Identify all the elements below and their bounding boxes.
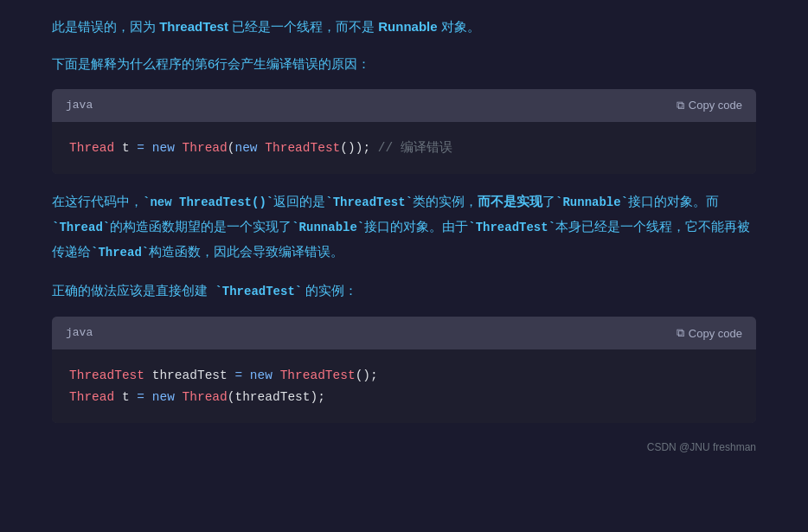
inline-code-runnable-1: `Runnable` (555, 195, 628, 209)
inline-code-thread-1: `Thread` (52, 221, 110, 234)
code-content-1: Thread t = new Thread(new ThreadTest());… (52, 122, 756, 175)
page-container: 此是错误的，因为 ThreadTest 已经是一个线程，而不是 Runnable… (0, 0, 808, 483)
inline-code-threadtest-3: `ThreadTest` (208, 285, 302, 298)
code-line-2-1: ThreadTest threadTest = new ThreadTest()… (69, 365, 739, 387)
code-line-2-2: Thread t = new Thread(threadTest); (69, 387, 739, 408)
code-line-1-1: Thread t = new Thread(new ThreadTest());… (69, 138, 739, 159)
code-block-1-header: java ⧉ Copy code (52, 89, 756, 122)
watermark-text: CSDN @JNU freshman (647, 441, 756, 453)
copy-label-2: Copy code (689, 327, 742, 340)
section1-text: 下面是解释为什么程序的第6行会产生编译错误的原因： (52, 56, 370, 71)
copy-icon-1: ⧉ (677, 99, 684, 112)
code-block-1: java ⧉ Copy code Thread t = new Thread(n… (52, 89, 756, 175)
code-block-2-header: java ⧉ Copy code (52, 317, 756, 349)
inline-code-threadtest-2: `ThreadTest` (468, 221, 555, 234)
inline-code-new-threadtest: `new ThreadTest()` (143, 195, 273, 209)
bold-threadtest-header: ThreadTest (159, 19, 228, 34)
section2-text: 在这行代码中，`new ThreadTest()`返回的是`ThreadTest… (52, 189, 756, 265)
copy-button-2[interactable]: ⧉ Copy code (677, 326, 742, 340)
code-block-2: java ⧉ Copy code ThreadTest threadTest =… (52, 317, 756, 423)
inline-code-runnable-2: `Runnable` (292, 221, 364, 234)
inline-code-threadtest-class: `ThreadTest` (325, 195, 413, 209)
code-content-2: ThreadTest threadTest = new ThreadTest()… (52, 349, 756, 423)
top-text-header: 此是错误的，因为 ThreadTest 已经是一个线程，而不是 Runnable… (52, 16, 756, 38)
bold-runnable-header: Runnable (378, 19, 437, 34)
copy-icon-2: ⧉ (677, 326, 684, 340)
section3-label: 正确的做法应该是直接创建 `ThreadTest` 的实例： (52, 279, 756, 303)
copy-label-1: Copy code (689, 99, 742, 112)
code-lang-2: java (66, 324, 93, 343)
code-lang-1: java (66, 96, 93, 115)
watermark: CSDN @JNU freshman (52, 439, 756, 456)
copy-button-1[interactable]: ⧉ Copy code (677, 99, 742, 112)
inline-code-thread-2: `Thread` (91, 246, 149, 260)
section1-label: 下面是解释为什么程序的第6行会产生编译错误的原因： (52, 52, 756, 75)
